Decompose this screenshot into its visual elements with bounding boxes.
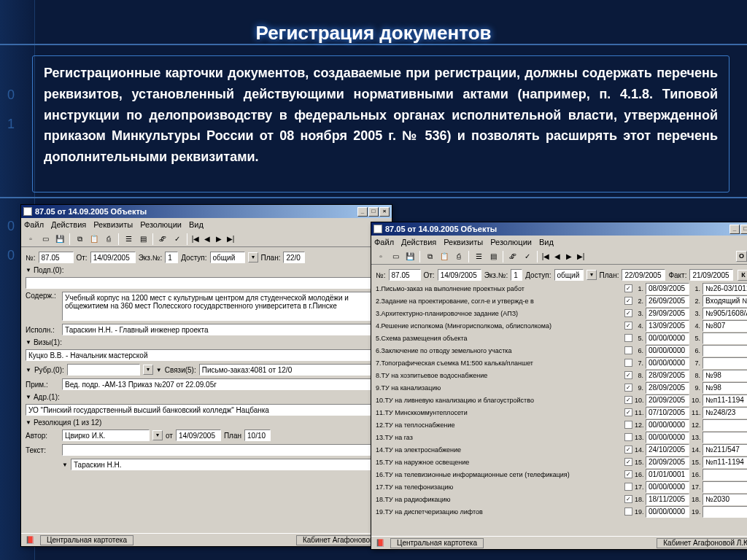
row-date-input[interactable] [646, 308, 689, 319]
last-icon[interactable]: ▶| [225, 235, 236, 243]
checkbox[interactable] [624, 483, 632, 491]
save-icon[interactable]: 💾 [403, 250, 417, 263]
list-icon[interactable]: ☰ [472, 250, 485, 263]
maximize-button[interactable]: □ [740, 225, 747, 234]
o-button[interactable]: О [736, 251, 747, 262]
menu-resolutions[interactable]: Резолюции [490, 238, 532, 246]
row-ref-input[interactable] [703, 345, 747, 357]
checkbox[interactable] [624, 334, 632, 342]
card-icon[interactable]: ▤ [136, 233, 150, 246]
row-ref-input[interactable] [703, 456, 747, 468]
row-date-input[interactable] [646, 332, 689, 344]
row-ref-input[interactable] [703, 407, 747, 419]
vizy-input[interactable] [26, 349, 387, 361]
row-date-input[interactable] [646, 407, 689, 419]
checkbox[interactable]: ✓ [624, 371, 632, 379]
check-icon[interactable]: ✓ [171, 233, 184, 246]
row-date-input[interactable] [646, 295, 689, 307]
titlebar[interactable]: 87.05 от 14.09.2005 Объекты _ □ × [371, 222, 747, 236]
print-icon[interactable]: ⎙ [102, 233, 115, 246]
fakt-input[interactable] [689, 269, 733, 281]
row-date-input[interactable] [646, 382, 689, 394]
row-ref-input[interactable] [703, 494, 747, 505]
maximize-button[interactable]: □ [368, 207, 379, 217]
check-icon[interactable]: ✓ [521, 250, 534, 263]
last-icon[interactable]: ▶| [576, 252, 586, 260]
close-button[interactable]: × [379, 207, 390, 217]
attach-icon[interactable]: 🖇 [156, 233, 169, 246]
paste-icon[interactable]: 📋 [88, 233, 101, 246]
checkbox[interactable] [624, 359, 632, 367]
row-date-input[interactable] [646, 469, 689, 481]
checkbox[interactable]: ✓ [624, 495, 632, 503]
soderzh-textarea[interactable]: Учебный корпус на 1200 мест с культурным… [62, 292, 387, 321]
open-icon[interactable]: ▭ [389, 250, 402, 263]
dropdown-icon[interactable]: ▾ [587, 270, 597, 280]
ot-input[interactable] [90, 252, 136, 263]
row-ref-input[interactable] [703, 419, 747, 431]
row-date-input[interactable] [646, 456, 689, 468]
ot-input[interactable] [438, 269, 481, 281]
row-date-input[interactable] [646, 320, 689, 332]
row-ref-input[interactable] [703, 308, 747, 319]
checkbox[interactable] [624, 421, 632, 429]
open-icon[interactable]: ▭ [39, 233, 52, 246]
rez-ot-input[interactable] [176, 429, 221, 441]
menu-actions[interactable]: Действия [51, 220, 86, 229]
collapse-icon[interactable]: ▼ [26, 394, 31, 400]
rez-plan-input[interactable] [244, 429, 271, 441]
checkbox[interactable] [624, 508, 632, 516]
new-icon[interactable]: ▫ [374, 250, 387, 263]
checkbox[interactable]: ✓ [624, 458, 632, 466]
attach-icon[interactable]: 🖇 [506, 250, 519, 263]
row-date-input[interactable] [646, 432, 689, 443]
minimize-button[interactable]: _ [357, 207, 368, 217]
k-button[interactable]: К [738, 270, 747, 281]
no-input[interactable] [389, 269, 421, 281]
row-date-input[interactable] [646, 444, 689, 456]
first-icon[interactable]: |◀ [190, 235, 201, 243]
copy-icon[interactable]: ⧉ [73, 233, 86, 246]
row-ref-input[interactable] [703, 506, 747, 518]
row-date-input[interactable] [646, 345, 689, 357]
podl-input[interactable] [26, 277, 387, 289]
ekz-input[interactable] [511, 269, 522, 281]
checkbox[interactable]: ✓ [624, 297, 632, 305]
adr-input[interactable] [26, 404, 387, 416]
no-input[interactable] [39, 252, 74, 263]
menu-requisites[interactable]: Реквизиты [444, 238, 483, 246]
menu-actions[interactable]: Действия [401, 238, 436, 246]
tekst-input[interactable] [62, 444, 387, 456]
plan-input[interactable] [283, 252, 305, 263]
menu-file[interactable]: Файл [24, 220, 44, 229]
row-ref-input[interactable] [703, 332, 747, 344]
paste-icon[interactable]: 📋 [438, 250, 451, 263]
rez-isp-input[interactable] [71, 459, 387, 470]
collapse-icon[interactable]: ▼ [62, 462, 68, 468]
prev-icon[interactable]: ◀ [552, 252, 562, 260]
row-ref-input[interactable] [703, 481, 747, 493]
first-icon[interactable]: |◀ [541, 252, 551, 260]
collapse-icon[interactable]: ▼ [26, 339, 31, 346]
collapse-icon[interactable]: ▼ [26, 367, 31, 373]
checkbox[interactable]: ✓ [624, 322, 632, 330]
new-icon[interactable]: ▫ [24, 233, 37, 246]
collapse-icon[interactable]: ▼ [26, 267, 31, 273]
row-date-input[interactable] [646, 494, 689, 505]
print-icon[interactable]: ⎙ [452, 250, 465, 263]
menu-file[interactable]: Файл [374, 238, 394, 246]
checkbox[interactable]: ✓ [624, 408, 632, 416]
row-ref-input[interactable] [703, 357, 747, 369]
menu-resolutions[interactable]: Резолюции [140, 220, 182, 229]
checkbox[interactable] [624, 433, 632, 441]
titlebar[interactable]: 87.05 от 14.09.2005 Объекты _ □ × [21, 205, 392, 218]
copy-icon[interactable]: ⧉ [423, 250, 436, 263]
list-icon[interactable]: ☰ [122, 233, 135, 246]
menu-view[interactable]: Вид [189, 220, 204, 229]
dropdown-icon[interactable]: ▾ [152, 430, 163, 440]
checkbox[interactable]: ✓ [624, 446, 632, 454]
row-date-input[interactable] [646, 283, 689, 295]
menu-requisites[interactable]: Реквизиты [93, 220, 133, 229]
row-ref-input[interactable] [703, 394, 747, 406]
row-date-input[interactable] [646, 370, 689, 381]
